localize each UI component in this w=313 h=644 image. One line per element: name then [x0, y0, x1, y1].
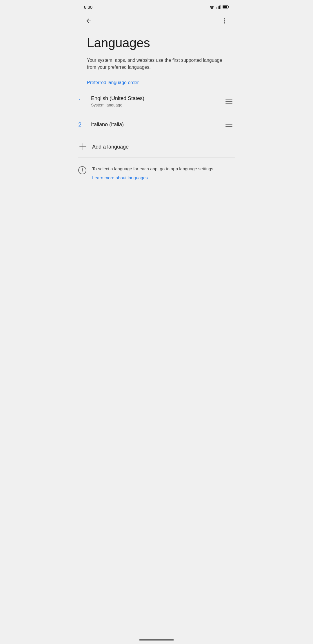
page-title: Languages	[87, 36, 226, 50]
signal-icon	[216, 5, 221, 9]
plus-icon	[79, 143, 86, 150]
back-arrow-icon	[85, 17, 92, 24]
svg-rect-6	[223, 6, 227, 8]
top-navigation	[78, 13, 235, 29]
more-dots-icon	[221, 17, 228, 24]
wifi-icon	[209, 5, 214, 9]
info-section: i To select a language for each app, go …	[78, 158, 235, 189]
info-text-block: To select a language for each app, go to…	[92, 166, 235, 180]
status-bar: 8:30	[78, 0, 235, 13]
info-text: To select a language for each app, go to…	[92, 166, 235, 172]
language-number-2: 2	[78, 121, 88, 128]
preferred-language-order-link[interactable]: Preferred language order	[87, 80, 226, 85]
language-info-2: Italiano (Italia)	[88, 122, 223, 128]
status-icons	[209, 5, 229, 9]
main-content: Languages Your system, apps, and website…	[78, 29, 235, 85]
svg-rect-1	[218, 6, 219, 9]
svg-rect-5	[228, 6, 229, 8]
page-description: Your system, apps, and websites use the …	[87, 57, 226, 71]
drag-handle-1[interactable]	[223, 97, 235, 106]
language-sublabel-1: System language	[91, 103, 220, 107]
language-item-2[interactable]: 2 Italiano (Italia)	[78, 113, 235, 136]
language-name-2: Italiano (Italia)	[91, 122, 220, 128]
battery-icon	[223, 5, 229, 9]
back-button[interactable]	[83, 15, 94, 27]
language-name-1: English (United States)	[91, 95, 220, 102]
svg-point-7	[224, 18, 225, 19]
learn-more-link[interactable]: Learn more about languages	[92, 175, 148, 180]
svg-point-9	[224, 22, 225, 23]
svg-rect-3	[220, 5, 221, 9]
add-language-label: Add a language	[92, 144, 129, 150]
drag-handle-2[interactable]	[223, 120, 235, 129]
svg-rect-0	[216, 7, 217, 9]
info-icon: i	[78, 166, 88, 176]
more-options-button[interactable]	[219, 15, 230, 27]
svg-point-8	[224, 20, 225, 21]
language-number-1: 1	[78, 98, 88, 105]
status-time: 8:30	[84, 5, 92, 10]
language-info-1: English (United States) System language	[88, 95, 223, 107]
add-language-item[interactable]: Add a language	[78, 136, 235, 158]
add-icon	[78, 142, 88, 151]
language-list: 1 English (United States) System languag…	[78, 90, 235, 158]
language-item-1[interactable]: 1 English (United States) System languag…	[78, 90, 235, 113]
svg-rect-2	[219, 6, 220, 9]
